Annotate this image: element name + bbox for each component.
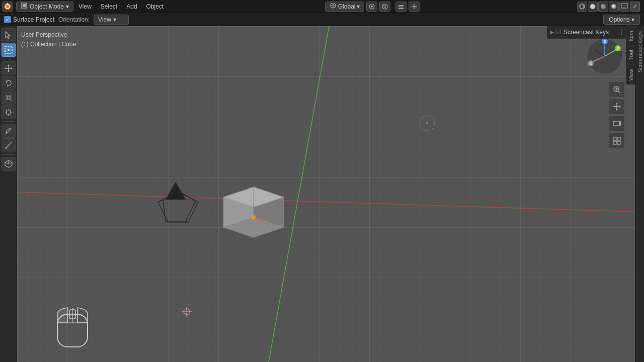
expand-icon[interactable]: ⤢ xyxy=(630,2,640,12)
left-toolbar xyxy=(0,26,17,362)
svg-rect-115 xyxy=(613,141,616,144)
select-box-button[interactable] xyxy=(2,43,16,57)
zoom-tool-button[interactable] xyxy=(609,81,625,98)
orientation-chevron: ▾ xyxy=(113,16,116,23)
svg-marker-32 xyxy=(8,71,10,72)
menu-center: Global ▾ xyxy=(168,2,577,12)
rotate-tool-button[interactable] xyxy=(2,76,16,90)
annotate-tool-button[interactable] xyxy=(2,124,16,138)
snap-icon[interactable] xyxy=(366,2,377,12)
second-bar: ✓ Surface Project Orientation: View ▾ Op… xyxy=(0,13,644,26)
svg-rect-12 xyxy=(398,5,404,6)
svg-point-20 xyxy=(591,5,593,6)
blender-icon[interactable] xyxy=(2,2,13,12)
svg-marker-33 xyxy=(5,67,6,69)
tab-tool[interactable]: Tool xyxy=(626,45,635,64)
svg-rect-111 xyxy=(613,121,619,126)
global-icon xyxy=(330,2,337,11)
svg-rect-113 xyxy=(613,137,616,140)
surface-project-checkbox[interactable]: ✓ xyxy=(4,16,11,23)
global-dropdown[interactable]: Global ▾ xyxy=(325,2,365,12)
svg-marker-109 xyxy=(613,106,614,108)
svg-line-39 xyxy=(6,99,7,101)
transform-tool-button[interactable] xyxy=(2,105,16,119)
scale-tool-button[interactable] xyxy=(2,90,16,105)
editor-type-icon[interactable] xyxy=(619,2,629,12)
grid-background xyxy=(17,26,635,362)
svg-marker-31 xyxy=(8,64,10,66)
menu-right: ⤢ xyxy=(577,2,644,12)
svg-rect-13 xyxy=(398,7,404,8)
svg-point-19 xyxy=(590,4,595,9)
rendered-icon[interactable] xyxy=(609,2,619,12)
cube-object[interactable] xyxy=(213,162,294,252)
surface-project-toggle[interactable]: ✓ Surface Project xyxy=(4,16,54,23)
viewport-3d[interactable]: User Perspective (1) Collection | Cube xyxy=(17,26,635,362)
svg-line-37 xyxy=(6,95,7,96)
camera-view-button[interactable] xyxy=(609,116,625,132)
3d-cursor xyxy=(181,306,193,318)
tab-item[interactable]: Item xyxy=(626,26,635,45)
menu-view[interactable]: View xyxy=(74,0,96,13)
gizmo-icon[interactable] xyxy=(409,2,420,12)
svg-point-102 xyxy=(591,46,595,50)
svg-point-28 xyxy=(8,49,10,51)
material-preview-icon[interactable] xyxy=(598,2,608,12)
svg-point-23 xyxy=(611,4,616,9)
object-mode-label: Object Mode xyxy=(30,3,64,10)
screencast-label: Screencast Keys xyxy=(564,29,616,36)
options-button[interactable]: Options ▾ xyxy=(603,15,640,25)
svg-text:X: X xyxy=(590,62,592,65)
light-object xyxy=(415,111,440,136)
orientation-label: Orientation: xyxy=(58,16,90,23)
screencast-expand-arrow[interactable]: ▶ xyxy=(550,30,554,35)
pan-tool-button[interactable] xyxy=(609,99,625,115)
svg-rect-116 xyxy=(617,141,620,144)
svg-marker-66 xyxy=(166,182,186,200)
menu-select[interactable]: Select xyxy=(97,0,121,13)
menu-object[interactable]: Object xyxy=(142,0,168,13)
options-label: Options ▾ xyxy=(609,16,634,23)
frame-selected-button[interactable] xyxy=(609,133,625,149)
svg-marker-110 xyxy=(619,106,621,108)
add-cube-button[interactable] xyxy=(2,157,16,171)
svg-marker-107 xyxy=(616,103,618,104)
svg-marker-108 xyxy=(616,109,618,111)
tool-separator-1 xyxy=(3,59,15,59)
svg-point-21 xyxy=(601,4,606,9)
proportional-edit-icon[interactable] xyxy=(379,2,390,12)
svg-line-104 xyxy=(618,91,620,93)
global-label: Global xyxy=(338,3,356,10)
camera-object xyxy=(148,177,208,237)
orientation-dropdown[interactable]: View ▾ xyxy=(94,15,129,25)
object-mode-icon xyxy=(21,2,28,11)
top-menu-bar: Object Mode ▾ View Select Add Object Glo… xyxy=(0,0,644,13)
menu-add[interactable]: Add xyxy=(122,0,141,13)
screencast-checkbox[interactable]: ☑ xyxy=(556,29,561,36)
svg-line-53 xyxy=(9,162,12,164)
svg-rect-14 xyxy=(398,8,404,9)
svg-line-40 xyxy=(10,99,12,101)
move-tool-button[interactable] xyxy=(2,61,16,75)
viewport-shading-icons: ⤢ xyxy=(577,2,640,12)
svg-rect-36 xyxy=(7,96,10,99)
object-mode-button[interactable]: Object Mode ▾ xyxy=(16,2,73,12)
cursor-tool-button[interactable] xyxy=(2,28,16,42)
tab-view[interactable]: View xyxy=(626,64,635,85)
svg-point-18 xyxy=(581,4,584,9)
screencast-vertical-text: Screencast Keys xyxy=(637,31,643,73)
measure-tool-button[interactable] xyxy=(2,138,16,152)
viewport-tools xyxy=(609,81,625,149)
svg-rect-56 xyxy=(17,26,635,362)
screencast-vertical-label: Screencast Keys xyxy=(635,26,644,362)
overlay-icon[interactable] xyxy=(395,2,407,12)
tool-separator-3 xyxy=(3,154,15,155)
wireframe-icon[interactable] xyxy=(577,2,587,12)
svg-text:Z: Z xyxy=(604,40,606,43)
solid-icon[interactable] xyxy=(588,2,598,12)
svg-point-10 xyxy=(382,4,387,9)
axis-gizmo[interactable]: Z Y X xyxy=(585,36,625,76)
svg-line-61 xyxy=(158,200,163,202)
svg-marker-26 xyxy=(6,32,10,39)
svg-rect-4 xyxy=(23,4,26,7)
